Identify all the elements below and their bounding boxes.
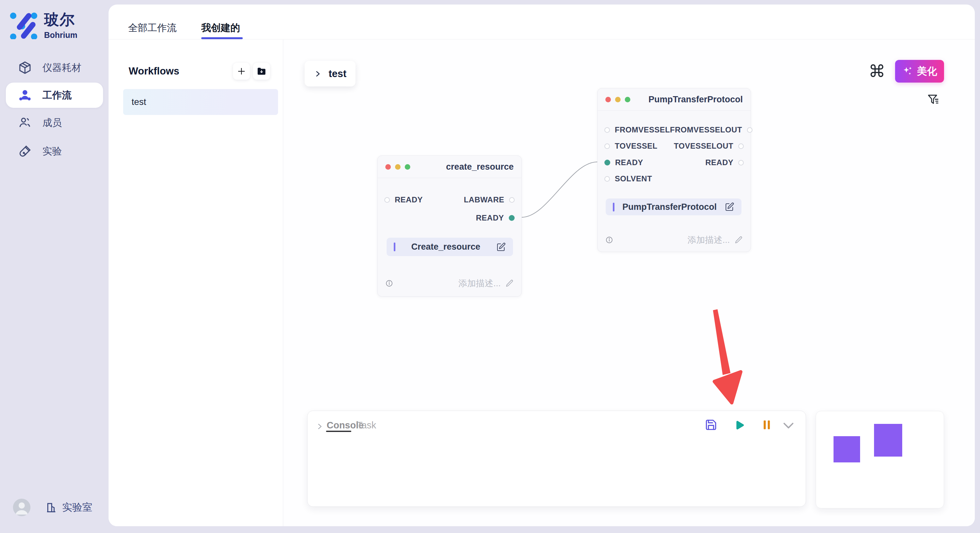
port-label: READY [476,213,504,222]
filter-funnel-icon[interactable] [927,93,940,107]
port-label: SOLVENT [615,174,652,183]
brand: 玻尔 Bohrium [9,10,78,40]
port-row: SOLVENT [598,174,751,184]
output-port-fromvesselout[interactable] [747,127,752,133]
expand-chevron-icon[interactable] [316,422,323,431]
canvas-minimap[interactable] [816,411,944,508]
members-icon [18,116,32,130]
input-port-ready[interactable] [384,197,390,203]
function-name: Create_resource [395,242,496,252]
canvas-breadcrumb-test[interactable]: test [305,61,355,86]
traffic-dot-yellow [395,164,401,170]
workflows-panel: Workflows test [108,40,283,526]
traffic-dot-yellow [615,97,620,102]
sidebar-item-consumables[interactable]: 仪器耗材 [6,55,103,80]
sidebar-item-label: 实验 [43,145,62,158]
minimap-node-pump-transfer [874,424,902,457]
port-row: FROMVESSEL FROMVESSELOUT [598,125,751,135]
pencil-icon[interactable] [734,236,743,244]
port-label: LABWARE [464,195,504,204]
port-row: READY [377,213,522,223]
add-workflow-button[interactable] [233,63,250,80]
collapse-chevron-down-icon[interactable] [782,421,795,431]
lab-label: 实验室 [62,501,92,514]
sidebar: 玻尔 Bohrium 仪器耗材 工作流 [0,0,108,533]
port-label: FROMVESSEL [615,125,670,134]
node-title: create_resource [446,162,514,172]
import-folder-button[interactable] [253,63,270,80]
app-root: 玻尔 Bohrium 仪器耗材 工作流 [0,0,980,533]
node-create-resource[interactable]: create_resource READY LABWARE READY [377,155,522,297]
workflow-item-name: test [132,97,146,107]
tab-my-created[interactable]: 我创建的 [201,21,240,35]
main-card: 全部工作流 我创建的 Workflows test [108,5,975,526]
sidebar-item-members[interactable]: 成员 [6,110,103,135]
traffic-dot-red [605,97,611,102]
pencil-icon[interactable] [505,279,514,287]
traffic-dot-green [405,164,410,170]
pause-icon[interactable] [760,419,773,431]
input-port-solvent[interactable] [605,176,610,182]
description-placeholder[interactable]: 添加描述... [687,234,730,246]
user-avatar[interactable] [13,499,30,516]
active-tab-underline [201,37,243,39]
run-icon[interactable] [732,419,745,431]
output-port-ready-connected[interactable] [509,215,515,221]
command-shortcuts-icon[interactable]: ⌘ [869,62,885,81]
sidebar-item-label: 工作流 [43,89,72,102]
node-function-pill[interactable]: PumpTransferProtocol [606,198,741,215]
lab-switcher[interactable]: 实验室 [45,501,92,514]
output-port-tovesselout[interactable] [738,143,744,149]
node-footer: 添加描述... [598,235,751,245]
node-function-pill[interactable]: Create_resource [387,238,513,256]
port-label: READY [705,158,733,167]
node-pump-transfer-protocol[interactable]: PumpTransferProtocol FROMVESSEL FROMVESS… [597,88,751,252]
port-label: TOVESSELOUT [674,141,733,151]
person-silhouette-icon [13,499,30,516]
traffic-dot-red [385,164,391,170]
building-icon [45,501,57,514]
console-tab-underline [326,431,351,432]
input-port-ready-connected[interactable] [605,160,610,165]
port-label: TOVESSEL [615,141,657,151]
workflows-panel-title: Workflows [129,65,179,77]
tab-all-workflows[interactable]: 全部工作流 [128,21,177,35]
tab-task[interactable]: Task [357,420,376,431]
workflow-list-item-test[interactable]: test [123,89,278,115]
description-placeholder[interactable]: 添加描述... [458,278,501,289]
input-port-tovessel[interactable] [605,143,610,149]
beautify-button[interactable]: 美化 [895,60,944,82]
sidebar-item-workflows[interactable]: 工作流 [6,82,103,108]
output-port-ready[interactable] [738,160,744,165]
bohrium-logo-icon [9,11,38,39]
workflow-canvas[interactable]: test ⌘ 美化 cr [283,40,975,526]
package-box-icon [18,61,32,75]
port-label: READY [615,158,643,167]
node-header: PumpTransferProtocol [598,89,751,111]
port-row: READY LABWARE [377,195,522,205]
input-port-fromvessel[interactable] [605,127,610,133]
traffic-dot-green [625,97,630,102]
port-row: READY READY [598,157,751,168]
breadcrumb-label: test [329,68,347,80]
output-port-labware[interactable] [509,197,515,203]
chevron-right-icon [314,69,321,79]
save-icon[interactable] [705,419,717,431]
plus-icon [237,67,246,76]
port-row: TOVESSEL TOVESSELOUT [598,141,751,151]
node-footer: 添加描述... [377,278,522,289]
sidebar-item-label: 仪器耗材 [43,61,81,75]
node-header: create_resource [377,156,522,178]
beautify-label: 美化 [917,65,937,78]
port-label: FROMVESSELOUT [670,125,742,134]
sparkles-icon [902,66,913,77]
console-panel: Console Task [307,411,806,507]
sidebar-item-experiments[interactable]: 实验 [6,139,103,164]
info-icon[interactable] [605,236,613,244]
experiment-tube-icon [18,144,32,158]
edit-icon[interactable] [496,242,506,252]
workflow-tabs-header: 全部工作流 我创建的 [108,5,975,40]
edit-icon[interactable] [725,202,734,212]
sidebar-item-label: 成员 [43,116,62,130]
info-icon[interactable] [385,279,393,287]
